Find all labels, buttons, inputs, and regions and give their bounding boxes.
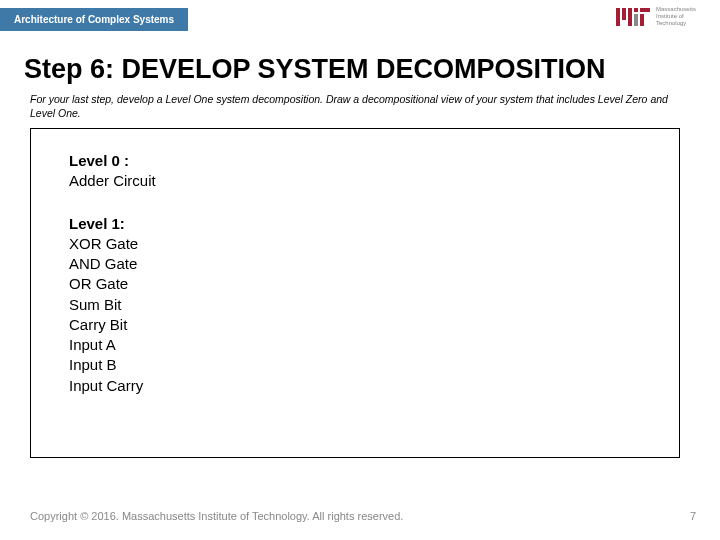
svg-rect-2: [628, 8, 632, 26]
list-item: OR Gate: [69, 274, 641, 294]
list-item: AND Gate: [69, 254, 641, 274]
mit-logo: Massachusetts Institute of Technology: [616, 6, 696, 27]
svg-rect-1: [622, 8, 626, 20]
list-item: Input B: [69, 355, 641, 375]
level0-name: Adder Circuit: [69, 171, 641, 191]
logo-text-line1: Massachusetts: [656, 6, 696, 13]
logo-text-line2: Institute of: [656, 13, 696, 20]
header-tab-label: Architecture of Complex Systems: [14, 14, 174, 25]
header-tab: Architecture of Complex Systems: [0, 8, 188, 31]
svg-rect-5: [640, 8, 650, 12]
level1-label: Level 1:: [69, 214, 641, 234]
svg-rect-3: [634, 8, 638, 12]
slide: Architecture of Complex Systems Massachu…: [0, 0, 720, 540]
mit-logo-mark: [616, 8, 650, 26]
logo-text-line3: Technology: [656, 20, 696, 27]
content-box: Level 0 : Adder Circuit Level 1: XOR Gat…: [30, 128, 680, 458]
svg-rect-4: [634, 14, 638, 26]
list-item: Carry Bit: [69, 315, 641, 335]
mit-logo-text: Massachusetts Institute of Technology: [656, 6, 696, 27]
list-item: XOR Gate: [69, 234, 641, 254]
level0-label: Level 0 :: [69, 151, 641, 171]
svg-rect-0: [616, 8, 620, 26]
list-item: Input A: [69, 335, 641, 355]
svg-rect-6: [640, 14, 644, 26]
instructions-text: For your last step, develop a Level One …: [30, 92, 680, 120]
copyright-text: Copyright © 2016. Massachusetts Institut…: [30, 510, 403, 522]
list-item: Input Carry: [69, 376, 641, 396]
slide-title: Step 6: DEVELOP SYSTEM DECOMPOSITION: [24, 54, 606, 85]
list-item: Sum Bit: [69, 295, 641, 315]
level1-block: Level 1: XOR Gate AND Gate OR Gate Sum B…: [69, 214, 641, 396]
level0-block: Level 0 : Adder Circuit: [69, 151, 641, 192]
page-number: 7: [690, 510, 696, 522]
